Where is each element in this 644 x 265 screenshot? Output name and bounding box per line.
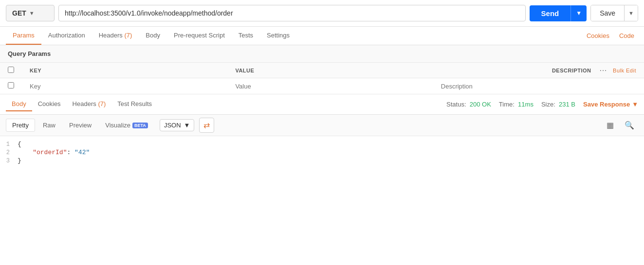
col-description-header: DESCRIPTION ··· Bulk Edit xyxy=(433,63,644,78)
line-number: 2 xyxy=(0,149,18,156)
viewer-actions: ▦ 🔍 xyxy=(603,118,638,132)
table-row xyxy=(0,78,644,94)
code-value: "42" xyxy=(74,149,90,156)
code-content: "orderId": "42" xyxy=(18,149,90,156)
description-input[interactable] xyxy=(441,83,636,90)
copy-button[interactable]: ▦ xyxy=(603,118,618,132)
resp-tab-headers[interactable]: Headers (7) xyxy=(67,97,112,111)
code-area: 1 { 2 "orderId": "42" 3 } xyxy=(0,136,644,185)
status-label: Status: 200 OK xyxy=(446,101,491,108)
resp-tab-cookies[interactable]: Cookies xyxy=(32,97,67,111)
beta-badge: BETA xyxy=(132,123,148,128)
response-status: Status: 200 OK Time: 11ms Size: 231 B xyxy=(446,101,575,108)
line-number: 1 xyxy=(0,141,18,148)
line-number: 3 xyxy=(0,158,18,164)
response-tabs-bar: Body Cookies Headers (7) Test Results St… xyxy=(0,94,644,115)
save-response-button[interactable]: Save Response ▼ xyxy=(583,101,638,108)
request-tabs: Params Authorization Headers (7) Body Pr… xyxy=(0,27,644,45)
url-input[interactable] xyxy=(58,5,526,21)
code-line-3: 3 } xyxy=(0,157,644,165)
resp-tab-test-results[interactable]: Test Results xyxy=(111,97,158,111)
link-cookies[interactable]: Cookies xyxy=(583,27,613,44)
tab-pre-request-script[interactable]: Pre-request Script xyxy=(167,27,232,45)
search-button[interactable]: 🔍 xyxy=(621,118,638,132)
code-line-2: 2 "orderId": "42" xyxy=(0,148,644,157)
more-options-icon[interactable]: ··· xyxy=(600,68,607,73)
viewer-tabs: Pretty Raw Preview Visualize BETA JSON ▼… xyxy=(0,115,644,136)
method-chevron-icon: ▼ xyxy=(29,10,35,16)
format-selector[interactable]: JSON ▼ xyxy=(160,119,195,131)
resp-tab-body[interactable]: Body xyxy=(6,97,32,111)
method-label: GET xyxy=(12,9,26,17)
viewer-tab-raw[interactable]: Raw xyxy=(37,119,61,131)
code-content: } xyxy=(18,157,21,164)
bulk-edit-button[interactable]: Bulk Edit xyxy=(613,68,636,73)
save-dropdown-button[interactable]: ▼ xyxy=(624,5,638,21)
time-label: Time: 11ms xyxy=(499,101,534,108)
viewer-tab-preview[interactable]: Preview xyxy=(63,119,97,131)
wrap-icon: ⇄ xyxy=(203,121,210,129)
wrap-button[interactable]: ⇄ xyxy=(199,118,214,133)
send-button[interactable]: Send xyxy=(530,5,571,21)
viewer-tab-pretty[interactable]: Pretty xyxy=(6,119,35,132)
query-params-header: Query Params xyxy=(0,45,644,63)
key-input[interactable] xyxy=(30,83,220,90)
tab-tests[interactable]: Tests xyxy=(232,27,260,45)
size-value: 231 B xyxy=(559,101,575,108)
size-label: Size: 231 B xyxy=(541,101,575,108)
save-button-group: Save ▼ xyxy=(590,5,638,21)
tab-body[interactable]: Body xyxy=(139,27,167,45)
send-dropdown-button[interactable]: ▼ xyxy=(570,5,587,21)
col-value-header: VALUE xyxy=(227,63,433,78)
url-bar: GET ▼ Send ▼ Save ▼ xyxy=(0,0,644,27)
query-params-table: KEY VALUE DESCRIPTION ··· Bulk Edit xyxy=(0,63,644,94)
format-chevron-icon: ▼ xyxy=(184,122,190,129)
viewer-tab-visualize[interactable]: Visualize BETA xyxy=(99,119,154,131)
code-content: { xyxy=(18,141,21,148)
save-response-arrow-icon: ▼ xyxy=(632,101,638,108)
right-links: Cookies Code xyxy=(583,27,638,44)
tab-params[interactable]: Params xyxy=(6,27,41,45)
select-all-checkbox[interactable] xyxy=(8,67,14,73)
value-input[interactable] xyxy=(235,83,425,90)
row-checkbox[interactable] xyxy=(8,82,14,88)
method-selector[interactable]: GET ▼ xyxy=(6,5,55,21)
send-button-group: Send ▼ xyxy=(530,5,587,21)
status-value: 200 OK xyxy=(470,101,491,108)
time-value: 11ms xyxy=(518,101,534,108)
col-key-header: KEY xyxy=(22,63,227,78)
tab-authorization[interactable]: Authorization xyxy=(41,27,92,45)
save-button[interactable]: Save xyxy=(591,5,624,21)
code-line-1: 1 { xyxy=(0,140,644,148)
format-label: JSON xyxy=(164,122,181,129)
tab-settings[interactable]: Settings xyxy=(260,27,296,45)
link-code[interactable]: Code xyxy=(615,27,638,44)
code-key: "orderId" xyxy=(33,149,67,156)
tab-headers[interactable]: Headers (7) xyxy=(92,27,139,45)
